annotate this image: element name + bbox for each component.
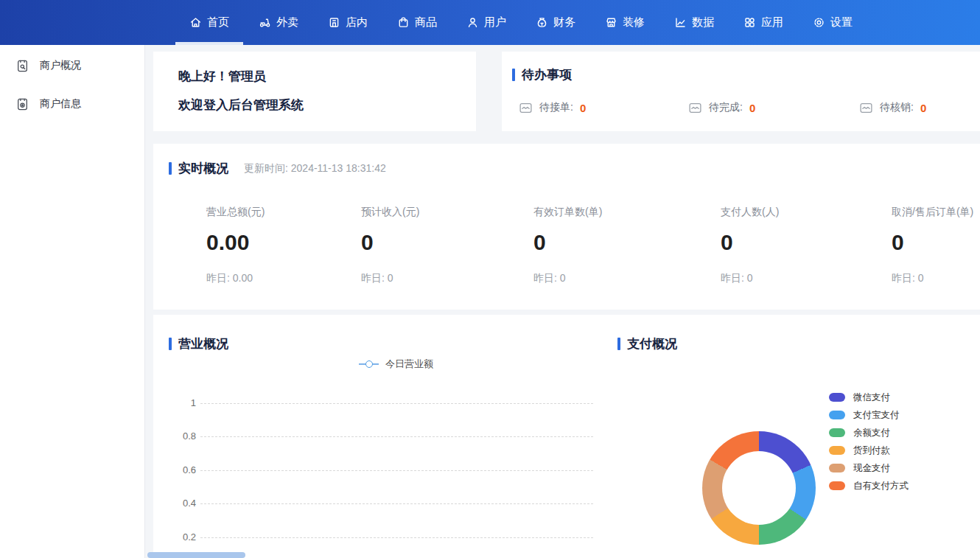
legend-label: 货到付款 [853, 444, 890, 457]
todo-item-label: 待接单: [539, 101, 573, 114]
legend-swatch [829, 428, 845, 437]
stat-yesterday: 昨日: 0.00 [206, 272, 361, 285]
nav-item-label: 店内 [346, 15, 368, 29]
money-pouch-icon [536, 16, 548, 29]
stat-label: 预计收入(元) [361, 206, 533, 219]
legend-item-own-method[interactable]: 自有支付方式 [829, 477, 909, 495]
todo-item-pending-accept[interactable]: 待接单: 0 [519, 101, 688, 114]
gear-icon [813, 16, 825, 29]
stat-value: 0 [892, 230, 980, 255]
scooter-icon [259, 16, 271, 29]
realtime-title: 实时概况 [178, 160, 228, 177]
legend-swatch [829, 464, 845, 472]
realtime-overview-card: 实时概况 更新时间: 2024-11-13 18:31:42 营业总额(元) 0… [153, 144, 980, 310]
line-legend-label: 今日营业额 [385, 358, 433, 371]
charts-card: 营业概况 今日营业额 1 0.8 0.6 0.4 0.2 支付概况 微信支付 [153, 315, 980, 558]
stat-cancelled-orders: 取消/售后订单(单) 0 昨日: 0 [892, 206, 980, 285]
nav-item-label: 用户 [484, 15, 506, 29]
todo-item-value: 0 [920, 102, 926, 114]
legend-item-cash[interactable]: 现金支付 [829, 459, 909, 477]
legend-swatch [829, 481, 845, 490]
sidebar-item-label: 商户信息 [40, 97, 81, 111]
stat-yesterday: 昨日: 0 [361, 272, 533, 285]
legend-item-wechat[interactable]: 微信支付 [829, 388, 909, 406]
line-chart-legend[interactable]: 今日营业额 [359, 358, 433, 371]
todo-item-label: 待完成: [709, 101, 743, 114]
sidebar-item-merchant-info[interactable]: 商户信息 [0, 85, 144, 123]
business-overview-title: 营业概况 [178, 335, 228, 352]
shop-icon [328, 16, 340, 29]
main-nav: 首页 外卖 店内 商品 用户 财务 装修 数据 [175, 0, 867, 45]
main-content: 晚上好！管理员 欢迎登入后台管理系统 待办事项 待接单: 0 待完成: 0 [145, 45, 980, 558]
home-icon [189, 16, 202, 29]
todo-item-value: 0 [580, 102, 586, 114]
update-time: 更新时间: 2024-11-13 18:31:42 [244, 162, 386, 175]
order-icon [859, 102, 873, 114]
y-axis-tick: 0.4 [161, 498, 196, 509]
stat-expected-income: 预计收入(元) 0 昨日: 0 [361, 206, 533, 285]
payment-legend: 微信支付 支付宝支付 余额支付 货到付款 现金支付 自有支付方式 [829, 388, 909, 495]
welcome-greeting: 晚上好！管理员 [178, 68, 451, 85]
legend-swatch [829, 446, 845, 455]
todo-item-value: 0 [749, 102, 755, 114]
stat-value: 0 [721, 230, 892, 255]
nav-item-settings[interactable]: 设置 [798, 0, 867, 45]
nav-item-finance[interactable]: 财务 [521, 0, 590, 45]
stat-value: 0 [533, 230, 721, 255]
nav-item-label: 应用 [761, 15, 783, 29]
nav-item-label: 商品 [415, 15, 437, 29]
todo-card: 待办事项 待接单: 0 待完成: 0 待核销: 0 [502, 52, 980, 131]
section-accent-bar [169, 338, 172, 350]
gridline [200, 436, 593, 437]
line-legend-marker-icon [359, 363, 379, 365]
stat-total-revenue: 营业总额(元) 0.00 昨日: 0.00 [206, 206, 361, 285]
y-axis-tick: 0.6 [161, 464, 196, 475]
nav-item-decorate[interactable]: 装修 [590, 0, 659, 45]
legend-item-alipay[interactable]: 支付宝支付 [829, 406, 909, 424]
nav-item-apps[interactable]: 应用 [729, 0, 798, 45]
legend-item-cod[interactable]: 货到付款 [829, 442, 909, 459]
section-accent-bar [512, 69, 515, 81]
gridline [200, 403, 593, 404]
stat-label: 支付人数(人) [721, 206, 892, 219]
stat-valid-orders: 有效订单数(单) 0 昨日: 0 [533, 206, 721, 285]
section-accent-bar [617, 338, 620, 350]
nav-item-products[interactable]: 商品 [382, 0, 452, 45]
stat-yesterday: 昨日: 0 [721, 272, 892, 285]
payment-overview-title: 支付概况 [627, 335, 677, 352]
nav-item-home[interactable]: 首页 [175, 0, 244, 45]
sidebar-item-merchant-overview[interactable]: 商户概况 [0, 46, 144, 85]
gridline [200, 537, 593, 538]
stat-label: 营业总额(元) [206, 206, 361, 219]
stat-value: 0.00 [206, 230, 361, 255]
welcome-card: 晚上好！管理员 欢迎登入后台管理系统 [153, 52, 476, 131]
order-icon [688, 102, 702, 114]
chart-line-icon [674, 16, 687, 29]
stat-paying-users: 支付人数(人) 0 昨日: 0 [721, 206, 892, 285]
legend-label: 自有支付方式 [853, 480, 909, 492]
document-search-icon [15, 59, 29, 73]
todo-title: 待办事项 [522, 66, 572, 83]
stat-label: 取消/售后订单(单) [892, 206, 980, 219]
top-navigation-bar: 首页 外卖 店内 商品 用户 财务 装修 数据 [0, 0, 980, 45]
payment-donut-chart[interactable] [702, 431, 816, 545]
nav-item-data[interactable]: 数据 [659, 0, 729, 45]
todo-item-pending-complete[interactable]: 待完成: 0 [688, 101, 859, 114]
nav-item-label: 设置 [830, 15, 853, 29]
nav-item-instore[interactable]: 店内 [313, 0, 382, 45]
legend-label: 微信支付 [853, 391, 890, 404]
stat-yesterday: 昨日: 0 [892, 272, 980, 285]
todo-item-label: 待核销: [880, 101, 914, 114]
nav-item-takeout[interactable]: 外卖 [244, 0, 313, 45]
legend-item-balance[interactable]: 余额支付 [829, 424, 909, 442]
legend-swatch [829, 411, 845, 419]
legend-label: 现金支付 [853, 462, 890, 475]
todo-item-pending-verify[interactable]: 待核销: 0 [859, 101, 980, 114]
horizontal-scrollbar-thumb[interactable] [147, 552, 245, 558]
legend-swatch [829, 393, 845, 402]
stat-yesterday: 昨日: 0 [533, 272, 721, 285]
user-icon [466, 16, 479, 29]
nav-item-label: 首页 [207, 15, 229, 29]
nav-item-label: 外卖 [276, 15, 298, 29]
nav-item-users[interactable]: 用户 [452, 0, 521, 45]
